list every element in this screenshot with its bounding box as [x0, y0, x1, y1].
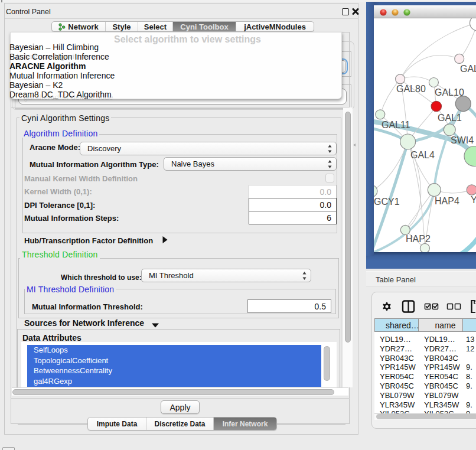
svg-text:GAL10: GAL10	[435, 87, 464, 97]
svg-text:SWI4: SWI4	[451, 135, 474, 145]
svg-text:HAP2: HAP2	[406, 234, 431, 244]
svg-text:Y: Y	[471, 195, 476, 205]
svg-text:GAL11: GAL11	[382, 120, 410, 130]
svg-text:GAL1: GAL1	[438, 113, 462, 123]
svg-text:GAL4: GAL4	[410, 150, 435, 160]
svg-text:HAP4: HAP4	[435, 196, 459, 206]
svg-text:GAL80: GAL80	[396, 84, 426, 94]
svg-text:GAL: GAL	[460, 64, 476, 74]
svg-text:GCY1: GCY1	[374, 197, 400, 207]
